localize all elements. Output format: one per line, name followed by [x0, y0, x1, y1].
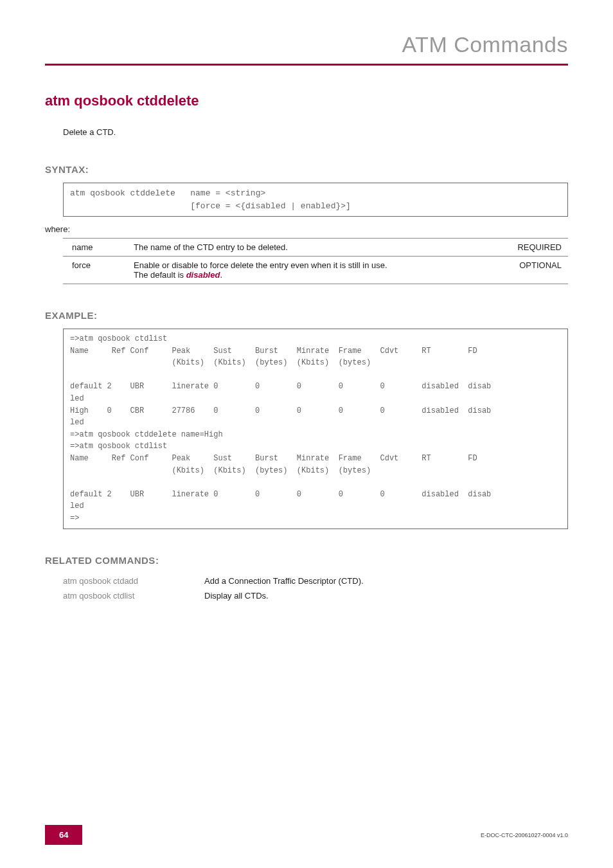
syntax-heading: SYNTAX: [45, 164, 568, 175]
param-desc-em: disabled [186, 270, 220, 280]
related-desc: Add a Connection Traffic Descriptor (CTD… [204, 574, 364, 588]
related-cmd: atm qosbook ctdadd [63, 574, 204, 588]
table-row: name The name of the CTD entry to be del… [63, 239, 568, 257]
example-code: =>atm qosbook ctdlist Name Ref Conf Peak… [63, 329, 568, 529]
param-required: OPTIONAL [492, 257, 568, 284]
related-cmd: atm qosbook ctdlist [63, 588, 204, 603]
param-desc: Enable or disable to force delete the en… [129, 257, 492, 284]
param-name: force [63, 257, 129, 284]
param-desc-post: . [220, 270, 222, 280]
example-heading: EXAMPLE: [45, 310, 568, 321]
syntax-code: atm qosbook ctddelete name = <string> [f… [63, 183, 568, 217]
command-title: atm qosbook ctddelete [45, 93, 568, 109]
param-desc: The name of the CTD entry to be deleted. [129, 239, 492, 257]
header-rule [45, 64, 568, 66]
param-name: name [63, 239, 129, 257]
related-desc: Display all CTDs. [204, 588, 364, 603]
table-row: atm qosbook ctdlist Display all CTDs. [63, 588, 364, 603]
where-label: where: [45, 224, 568, 234]
table-row: atm qosbook ctdadd Add a Connection Traf… [63, 574, 364, 588]
related-heading: RELATED COMMANDS: [45, 555, 568, 566]
table-row: force Enable or disable to force delete … [63, 257, 568, 284]
param-required: REQUIRED [492, 239, 568, 257]
param-table: name The name of the CTD entry to be del… [63, 238, 568, 284]
param-desc-pre: Enable or disable to force delete the en… [134, 260, 387, 280]
page-number: 64 [45, 825, 82, 845]
command-description: Delete a CTD. [63, 127, 568, 137]
page-header-title: ATM Commands [45, 32, 568, 64]
related-commands-table: atm qosbook ctdadd Add a Connection Traf… [63, 574, 364, 603]
doc-id: E-DOC-CTC-20061027-0004 v1.0 [481, 832, 568, 838]
